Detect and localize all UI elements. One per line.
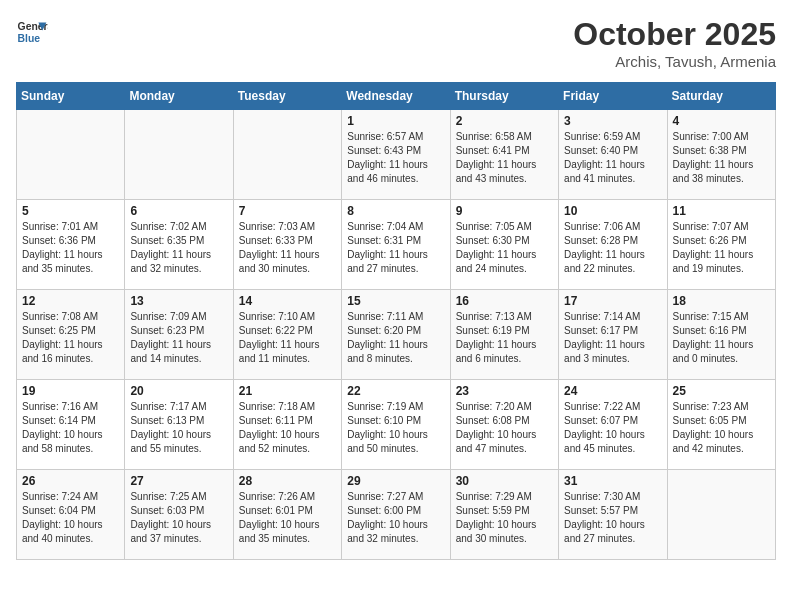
svg-text:Blue: Blue [18,33,41,44]
day-info: Sunrise: 7:05 AM [456,220,553,234]
calendar-title: October 2025 [573,16,776,53]
day-info: Sunrise: 6:57 AM [347,130,444,144]
day-info: Daylight: 11 hours [456,338,553,352]
day-info: and 55 minutes. [130,442,227,456]
day-info: Sunset: 5:57 PM [564,504,661,518]
day-info: Sunset: 6:17 PM [564,324,661,338]
day-info: Sunset: 6:25 PM [22,324,119,338]
table-row: 14Sunrise: 7:10 AMSunset: 6:22 PMDayligh… [233,290,341,380]
day-info: Sunrise: 7:13 AM [456,310,553,324]
table-row: 24Sunrise: 7:22 AMSunset: 6:07 PMDayligh… [559,380,667,470]
day-info: Daylight: 10 hours [22,518,119,532]
day-info: Daylight: 11 hours [347,158,444,172]
logo: General Blue [16,16,48,48]
day-info: Sunrise: 7:15 AM [673,310,770,324]
col-monday: Monday [125,83,233,110]
day-info: and 22 minutes. [564,262,661,276]
day-info: Sunrise: 7:29 AM [456,490,553,504]
day-info: Daylight: 11 hours [456,158,553,172]
col-saturday: Saturday [667,83,775,110]
day-info: Sunset: 6:40 PM [564,144,661,158]
table-row [17,110,125,200]
day-number: 23 [456,384,553,398]
day-info: Daylight: 11 hours [22,338,119,352]
table-row [233,110,341,200]
table-row: 19Sunrise: 7:16 AMSunset: 6:14 PMDayligh… [17,380,125,470]
day-info: and 46 minutes. [347,172,444,186]
day-info: Sunrise: 7:08 AM [22,310,119,324]
day-info: Sunset: 6:01 PM [239,504,336,518]
calendar-week-row: 26Sunrise: 7:24 AMSunset: 6:04 PMDayligh… [17,470,776,560]
day-number: 19 [22,384,119,398]
day-number: 2 [456,114,553,128]
table-row: 26Sunrise: 7:24 AMSunset: 6:04 PMDayligh… [17,470,125,560]
day-info: and 35 minutes. [239,532,336,546]
table-row: 1Sunrise: 6:57 AMSunset: 6:43 PMDaylight… [342,110,450,200]
title-block: October 2025 Archis, Tavush, Armenia [573,16,776,70]
day-info: Sunset: 6:11 PM [239,414,336,428]
calendar-header-row: Sunday Monday Tuesday Wednesday Thursday… [17,83,776,110]
day-info: Sunrise: 6:59 AM [564,130,661,144]
day-number: 10 [564,204,661,218]
day-info: Daylight: 11 hours [239,248,336,262]
day-info: Sunrise: 7:10 AM [239,310,336,324]
day-info: Daylight: 11 hours [347,248,444,262]
day-number: 21 [239,384,336,398]
table-row: 16Sunrise: 7:13 AMSunset: 6:19 PMDayligh… [450,290,558,380]
day-info: Sunrise: 7:30 AM [564,490,661,504]
day-info: and 52 minutes. [239,442,336,456]
day-number: 9 [456,204,553,218]
day-info: Sunset: 6:22 PM [239,324,336,338]
table-row: 7Sunrise: 7:03 AMSunset: 6:33 PMDaylight… [233,200,341,290]
day-number: 20 [130,384,227,398]
day-info: Sunset: 6:43 PM [347,144,444,158]
calendar-week-row: 5Sunrise: 7:01 AMSunset: 6:36 PMDaylight… [17,200,776,290]
calendar-subtitle: Archis, Tavush, Armenia [573,53,776,70]
calendar-table: Sunday Monday Tuesday Wednesday Thursday… [16,82,776,560]
day-info: and 32 minutes. [130,262,227,276]
table-row [667,470,775,560]
day-number: 15 [347,294,444,308]
day-info: Sunrise: 7:26 AM [239,490,336,504]
day-info: Sunrise: 7:19 AM [347,400,444,414]
table-row: 17Sunrise: 7:14 AMSunset: 6:17 PMDayligh… [559,290,667,380]
table-row: 2Sunrise: 6:58 AMSunset: 6:41 PMDaylight… [450,110,558,200]
day-info: and 14 minutes. [130,352,227,366]
day-info: and 50 minutes. [347,442,444,456]
day-number: 4 [673,114,770,128]
day-info: Daylight: 10 hours [130,428,227,442]
day-info: Daylight: 10 hours [564,518,661,532]
table-row: 27Sunrise: 7:25 AMSunset: 6:03 PMDayligh… [125,470,233,560]
table-row: 3Sunrise: 6:59 AMSunset: 6:40 PMDaylight… [559,110,667,200]
day-info: Daylight: 11 hours [673,248,770,262]
day-number: 30 [456,474,553,488]
table-row: 31Sunrise: 7:30 AMSunset: 5:57 PMDayligh… [559,470,667,560]
day-number: 24 [564,384,661,398]
table-row: 30Sunrise: 7:29 AMSunset: 5:59 PMDayligh… [450,470,558,560]
day-info: Sunrise: 7:20 AM [456,400,553,414]
day-info: Daylight: 11 hours [564,158,661,172]
day-number: 7 [239,204,336,218]
day-info: Sunset: 6:36 PM [22,234,119,248]
day-info: Sunset: 6:19 PM [456,324,553,338]
day-info: Daylight: 10 hours [239,428,336,442]
day-number: 11 [673,204,770,218]
page-header: General Blue October 2025 Archis, Tavush… [16,16,776,70]
day-info: Sunrise: 7:02 AM [130,220,227,234]
day-info: Daylight: 11 hours [22,248,119,262]
day-info: Sunrise: 7:18 AM [239,400,336,414]
table-row: 12Sunrise: 7:08 AMSunset: 6:25 PMDayligh… [17,290,125,380]
table-row: 23Sunrise: 7:20 AMSunset: 6:08 PMDayligh… [450,380,558,470]
day-info: Sunset: 6:30 PM [456,234,553,248]
table-row: 21Sunrise: 7:18 AMSunset: 6:11 PMDayligh… [233,380,341,470]
table-row: 11Sunrise: 7:07 AMSunset: 6:26 PMDayligh… [667,200,775,290]
table-row: 13Sunrise: 7:09 AMSunset: 6:23 PMDayligh… [125,290,233,380]
day-info: Daylight: 11 hours [130,338,227,352]
day-number: 29 [347,474,444,488]
day-info: and 11 minutes. [239,352,336,366]
logo-icon: General Blue [16,16,48,48]
day-info: Daylight: 11 hours [564,248,661,262]
day-number: 5 [22,204,119,218]
col-thursday: Thursday [450,83,558,110]
table-row: 29Sunrise: 7:27 AMSunset: 6:00 PMDayligh… [342,470,450,560]
